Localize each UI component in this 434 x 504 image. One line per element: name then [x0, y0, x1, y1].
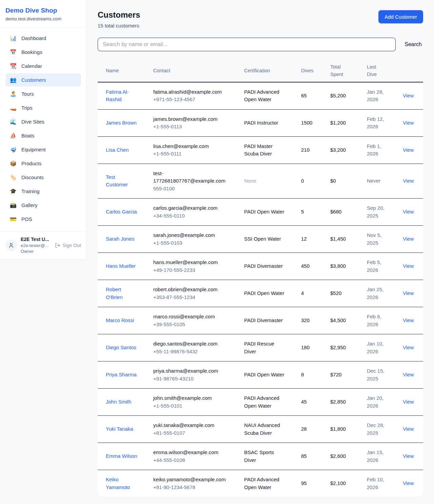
user-box: E2E Test U... e2e-tester@... Sign Out Ow…: [0, 231, 86, 259]
view-customer-link[interactable]: View: [403, 344, 414, 350]
shop-domain: demo.test.divestreams.com: [5, 16, 81, 21]
sidebar-item-training[interactable]: 🎓Training: [5, 185, 81, 198]
user-name: E2E Test U...: [21, 237, 81, 242]
customer-email: sarah.jones@example.com: [153, 231, 231, 239]
customer-name-link[interactable]: Carlos Garcia: [106, 209, 137, 214]
table-row: Yuki Tanakayuki.tanaka@example.com+81-55…: [98, 416, 423, 443]
customer-phone: +44-555-0108: [153, 456, 231, 464]
view-customer-link[interactable]: View: [403, 290, 414, 296]
search-button[interactable]: Search: [403, 39, 423, 50]
search-input[interactable]: [98, 38, 396, 51]
table-row: Keiko Yamamotokeiko.yamamoto@example.com…: [98, 470, 423, 497]
view-customer-link[interactable]: View: [403, 263, 414, 269]
add-customer-button[interactable]: Add Customer: [378, 10, 423, 23]
customer-name-link[interactable]: Yuki Tanaka: [106, 426, 133, 432]
user-email: e2e-tester@...: [21, 243, 49, 248]
customer-name-link[interactable]: Diego Santos: [106, 344, 136, 350]
customer-name-link[interactable]: John Smith: [106, 399, 131, 405]
sailboat-icon: ⛵: [9, 132, 17, 139]
customer-dives: 450: [301, 263, 310, 269]
view-customer-link[interactable]: View: [403, 317, 414, 323]
customer-total-spent: $0: [330, 178, 336, 184]
customers-table: Name Contact Certification Dives Total S…: [98, 60, 423, 497]
sign-out-label: Sign Out: [63, 243, 81, 248]
customer-last-dive: Dec 28, 2025: [367, 422, 384, 436]
page-title: Customers: [98, 10, 140, 20]
customer-name-link[interactable]: Sarah Jones: [106, 236, 134, 242]
sidebar-item-gallery[interactable]: 📸Gallery: [5, 199, 81, 212]
sidebar-item-label: Calendar: [21, 63, 42, 69]
sidebar-item-equipment[interactable]: 🤿Equipment: [5, 143, 81, 156]
sidebar-item-dashboard[interactable]: 📊Dashboard: [5, 32, 81, 45]
customer-email: marco.rossi@example.com: [153, 313, 231, 321]
search-row: Search: [98, 38, 423, 51]
view-customer-link[interactable]: View: [403, 480, 414, 486]
view-customer-link[interactable]: View: [403, 453, 414, 459]
view-customer-link[interactable]: View: [403, 147, 414, 153]
customer-dives: 65: [301, 93, 307, 98]
customer-total-spent: $2,600: [330, 453, 346, 459]
view-customer-link[interactable]: View: [403, 120, 414, 126]
col-header-certification: Certification: [240, 60, 297, 82]
view-customer-link[interactable]: View: [403, 372, 414, 377]
app-layout: Demo Dive Shop demo.test.divestreams.com…: [0, 0, 434, 504]
credit-card-icon: 💳: [9, 216, 17, 222]
table-row: Sarah Jonessarah.jones@example.com+1-555…: [98, 226, 423, 253]
sign-out-button[interactable]: Sign Out: [55, 243, 81, 248]
view-customer-link[interactable]: View: [403, 209, 414, 214]
customer-certification: SSI Open Water: [244, 236, 281, 242]
customer-name-link[interactable]: Fatima Al-Rashid: [106, 89, 129, 102]
table-row: Priya Sharmapriya.sharma@example.com+91-…: [98, 361, 423, 389]
customer-last-dive: Jan 28, 2026: [367, 89, 383, 102]
view-customer-link[interactable]: View: [403, 178, 414, 184]
customer-email: lisa.chen@example.com: [153, 143, 231, 150]
customer-name-link[interactable]: Hans Mueller: [106, 263, 136, 269]
sidebar-item-label: Discounts: [21, 174, 44, 180]
view-customer-link[interactable]: View: [403, 236, 414, 242]
sidebar-item-boats[interactable]: ⛵Boats: [5, 129, 81, 142]
sidebar-item-dive-sites[interactable]: 🌊Dive Sites: [5, 115, 81, 128]
view-customer-link[interactable]: View: [403, 93, 414, 98]
customer-email: john.smith@example.com: [153, 394, 231, 402]
tag-icon: 🏷️: [9, 174, 17, 181]
customer-name-link[interactable]: James Brown: [106, 120, 137, 126]
customer-phone: +353-87-555-1234: [153, 294, 231, 301]
sidebar-item-trips[interactable]: 🚤Trips: [5, 101, 81, 114]
customer-email: carlos.garcia@example.com: [153, 204, 231, 212]
customer-phone: +1-555-0101: [153, 402, 231, 410]
sidebar-item-bookings[interactable]: 📅Bookings: [5, 45, 81, 59]
sidebar-item-products[interactable]: 📦Products: [5, 157, 81, 170]
avatar: [5, 240, 17, 251]
customer-name-link[interactable]: Priya Sharma: [106, 372, 137, 377]
customer-total-spent: $2,950: [330, 344, 346, 350]
sidebar-item-discounts[interactable]: 🏷️Discounts: [5, 171, 81, 184]
sidebar-header: Demo Dive Shop demo.test.divestreams.com: [0, 0, 86, 27]
sidebar-item-customers[interactable]: 👥Customers: [5, 73, 81, 87]
customer-certification: PADI Instructor: [244, 120, 278, 126]
sidebar-item-label: Boats: [21, 133, 34, 138]
customer-total-spent: $680: [330, 209, 341, 214]
customer-name-link[interactable]: Keiko Yamamoto: [106, 477, 130, 490]
view-customer-link[interactable]: View: [403, 426, 414, 432]
sidebar-item-label: Dashboard: [21, 35, 46, 41]
view-customer-link[interactable]: View: [403, 399, 414, 405]
customer-dives: 28: [301, 426, 307, 432]
customer-last-dive: Jan 10, 2026: [367, 341, 383, 354]
customer-total-spent: $2,100: [330, 480, 346, 486]
col-header-name: Name: [98, 60, 149, 82]
customer-dives: 45: [301, 399, 307, 405]
sidebar-item-label: Gallery: [21, 202, 38, 208]
customer-name-link[interactable]: Marco Rossi: [106, 317, 134, 323]
customer-name-link[interactable]: Test Customer: [106, 174, 128, 188]
customer-name-link[interactable]: Robert O'Brien: [106, 286, 123, 300]
customer-name-link[interactable]: Emma Wilson: [106, 453, 137, 459]
sidebar-item-calendar[interactable]: 📆Calendar: [5, 59, 81, 73]
sidebar-item-pos[interactable]: 💳POS: [5, 212, 81, 226]
customer-name-link[interactable]: Lisa Chen: [106, 147, 129, 153]
customer-phone: +81-555-0107: [153, 429, 231, 437]
table-row: James Brownjames.brown@example.com+1-555…: [98, 109, 423, 136]
sidebar-item-tours[interactable]: 🏝️Tours: [5, 87, 81, 100]
main-content: Customers 15 total customers Add Custome…: [87, 0, 434, 504]
customer-dives: 180: [301, 344, 310, 350]
user-info: E2E Test U... e2e-tester@... Sign Out Ow…: [21, 237, 81, 254]
